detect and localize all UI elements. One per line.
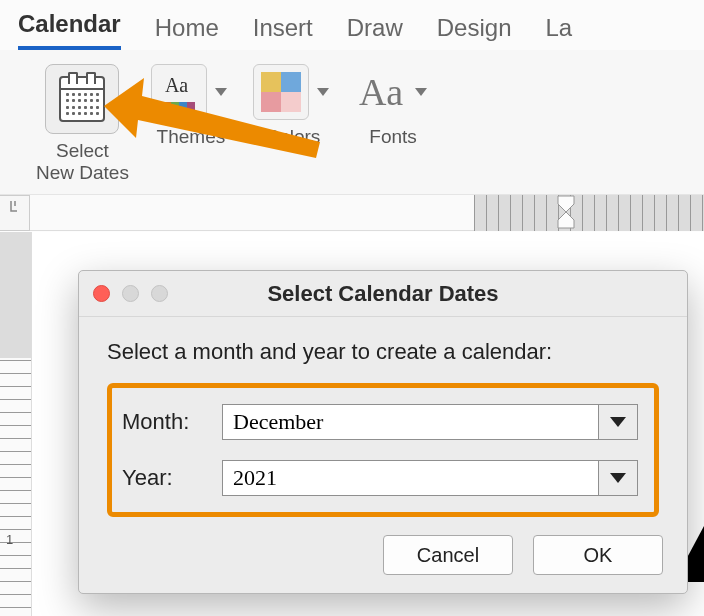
fonts-button[interactable]: Aa bbox=[355, 70, 407, 114]
ribbon-group-select-new-dates: Select New Dates bbox=[36, 64, 129, 184]
year-input[interactable] bbox=[222, 460, 598, 496]
close-icon[interactable] bbox=[93, 285, 110, 302]
ruler-corner[interactable] bbox=[0, 195, 30, 231]
dialog-prompt: Select a month and year to create a cale… bbox=[107, 339, 659, 365]
dialog-body: Select a month and year to create a cale… bbox=[79, 317, 687, 517]
ribbon-group-themes: Aa Themes bbox=[151, 64, 231, 148]
ribbon-group-fonts: Aa Fonts bbox=[355, 64, 431, 148]
svg-marker-3 bbox=[558, 196, 574, 212]
svg-marker-2 bbox=[415, 88, 427, 96]
tab-home[interactable]: Home bbox=[155, 14, 219, 50]
colors-icon bbox=[261, 72, 301, 112]
colors-label: Colors bbox=[265, 126, 320, 148]
year-label: Year: bbox=[122, 465, 222, 491]
colors-button[interactable] bbox=[253, 64, 309, 120]
indent-marker[interactable] bbox=[555, 192, 577, 232]
month-dropdown-button[interactable] bbox=[598, 404, 638, 440]
tab-insert[interactable]: Insert bbox=[253, 14, 313, 50]
year-dropdown-button[interactable] bbox=[598, 460, 638, 496]
month-label: Month: bbox=[122, 409, 222, 435]
themes-icon: Aa bbox=[159, 72, 199, 112]
themes-label: Themes bbox=[157, 126, 226, 148]
ribbon: Select New Dates Aa Themes bbox=[0, 50, 704, 195]
fonts-label: Fonts bbox=[369, 126, 417, 148]
ribbon-group-colors: Colors bbox=[253, 64, 333, 148]
zoom-icon bbox=[151, 285, 168, 302]
tab-calendar[interactable]: Calendar bbox=[18, 10, 121, 50]
themes-button[interactable]: Aa bbox=[151, 64, 207, 120]
fonts-dropdown-arrow[interactable] bbox=[411, 64, 431, 120]
select-calendar-dates-dialog: Select Calendar Dates Select a month and… bbox=[78, 270, 688, 594]
dialog-title: Select Calendar Dates bbox=[79, 281, 687, 307]
select-new-dates-button[interactable] bbox=[45, 64, 119, 134]
month-combobox bbox=[222, 404, 638, 440]
svg-marker-1 bbox=[317, 88, 329, 96]
calendar-icon bbox=[59, 76, 105, 122]
select-new-dates-label: Select New Dates bbox=[36, 140, 129, 184]
month-input[interactable] bbox=[222, 404, 598, 440]
cancel-button[interactable]: Cancel bbox=[383, 535, 513, 575]
ruler-horizontal-zone bbox=[0, 195, 704, 231]
annotation-highlight-box: Month: Year: bbox=[107, 383, 659, 517]
ribbon-tabbar: Calendar Home Insert Draw Design La bbox=[0, 0, 704, 50]
themes-dropdown-arrow[interactable] bbox=[211, 64, 231, 120]
year-combobox bbox=[222, 460, 638, 496]
tab-design[interactable]: Design bbox=[437, 14, 512, 50]
svg-marker-4 bbox=[558, 212, 574, 228]
svg-marker-7 bbox=[610, 473, 626, 483]
dialog-titlebar[interactable]: Select Calendar Dates bbox=[79, 271, 687, 317]
dialog-button-row: Cancel OK bbox=[79, 517, 687, 591]
ruler-number-1: 1 bbox=[6, 532, 13, 547]
ruler-vertical[interactable]: 1 bbox=[0, 232, 32, 616]
colors-dropdown-arrow[interactable] bbox=[313, 64, 333, 120]
tab-draw[interactable]: Draw bbox=[347, 14, 403, 50]
minimize-icon bbox=[122, 285, 139, 302]
svg-marker-6 bbox=[610, 417, 626, 427]
ok-button[interactable]: OK bbox=[533, 535, 663, 575]
tab-cut-off[interactable]: La bbox=[546, 14, 573, 50]
svg-marker-0 bbox=[215, 88, 227, 96]
window-controls bbox=[93, 271, 168, 316]
ruler-horizontal[interactable] bbox=[30, 195, 704, 231]
